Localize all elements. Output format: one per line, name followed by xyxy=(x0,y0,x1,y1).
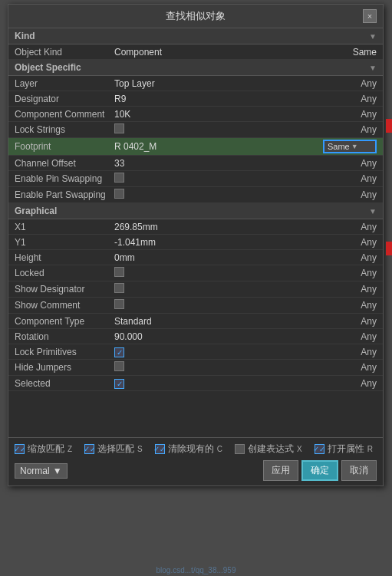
create-expression-check: 创建表达式 X xyxy=(235,443,302,456)
channel-offset-label: Channel Offset xyxy=(15,158,114,169)
create-expression-checkbox[interactable] xyxy=(235,444,245,454)
component-comment-match: Any xyxy=(323,109,377,120)
object-specific-section-header: Object Specific ▼ xyxy=(8,60,383,76)
graphical-section-arrow: ▼ xyxy=(369,207,377,216)
show-designator-match: Any xyxy=(323,284,377,295)
show-designator-value xyxy=(114,283,323,295)
lock-primitives-checkbox[interactable]: ✓ xyxy=(114,347,124,357)
clear-existing-check: ✓ 清除现有的 C xyxy=(155,443,222,456)
apply-button[interactable]: 应用 xyxy=(263,460,298,481)
selected-value: ✓ xyxy=(114,378,323,389)
x1-label: X1 xyxy=(15,222,114,232)
watermark: blog.csd...t/qq_38...959 xyxy=(0,566,392,574)
x1-match: Any xyxy=(323,222,377,232)
enable-pin-swapping-checkbox[interactable] xyxy=(114,173,124,183)
y1-row: Y1 -1.041mm Any xyxy=(8,235,383,250)
designator-row: Designator R9 Any xyxy=(8,91,383,107)
clear-existing-label: 清除现有的 xyxy=(168,443,214,456)
spacer xyxy=(8,391,383,437)
locked-checkbox[interactable] xyxy=(114,267,124,277)
enable-pin-swapping-label: Enable Pin Swapping xyxy=(15,173,114,184)
show-designator-checkbox[interactable] xyxy=(114,283,124,293)
hide-jumpers-checkbox[interactable] xyxy=(114,361,124,371)
hide-jumpers-label: Hide Jumpers xyxy=(15,362,114,373)
y1-match: Any xyxy=(323,237,377,248)
height-value: 0mm xyxy=(114,252,323,263)
clear-existing-checkbox[interactable]: ✓ xyxy=(155,444,165,454)
component-comment-value: 10K xyxy=(114,109,323,120)
enable-part-swapping-value xyxy=(114,189,323,201)
component-type-row: Component Type Standard Any xyxy=(8,314,383,329)
kind-section-header: Kind ▼ xyxy=(8,28,383,44)
object-kind-row: Object Kind Component Same xyxy=(8,44,383,60)
select-match-key: S xyxy=(137,445,143,453)
open-properties-label: 打开属性 xyxy=(328,443,364,456)
hide-jumpers-match: Any xyxy=(323,362,377,373)
lock-primitives-row: Lock Primitives ✓ Any xyxy=(8,344,383,360)
hide-jumpers-row: Hide Jumpers Any xyxy=(8,360,383,376)
x1-value: 269.85mm xyxy=(114,222,323,232)
object-specific-arrow: ▼ xyxy=(369,64,377,72)
zoom-match-key: Z xyxy=(68,445,72,453)
bottom-buttons: 应用 确定 取消 xyxy=(263,460,377,481)
open-properties-checkbox[interactable]: ✓ xyxy=(315,444,324,454)
selected-checkbox[interactable]: ✓ xyxy=(114,379,124,389)
enable-pin-swapping-match: Any xyxy=(323,173,377,184)
layer-match: Any xyxy=(323,78,377,89)
component-comment-row: Component Comment 10K Any xyxy=(8,107,383,122)
rotation-value: 90.000 xyxy=(114,331,323,342)
object-kind-label: Object Kind xyxy=(15,47,114,58)
dialog-title: 查找相似对象 xyxy=(28,9,363,23)
create-expression-key: X xyxy=(297,445,302,453)
selected-label: Selected xyxy=(15,378,114,389)
zoom-match-check: ✓ 缩放匹配 Z xyxy=(15,443,72,456)
show-designator-label: Show Designator xyxy=(15,284,114,295)
selected-row: Selected ✓ Any xyxy=(8,376,383,391)
footprint-match[interactable]: Same ▼ xyxy=(323,140,377,153)
normal-label: Normal xyxy=(20,466,50,476)
show-comment-label: Show Comment xyxy=(15,300,114,311)
enable-pin-swapping-value xyxy=(114,173,323,185)
y1-label: Y1 xyxy=(15,237,114,248)
enable-part-swapping-checkbox[interactable] xyxy=(114,189,124,199)
cancel-button[interactable]: 取消 xyxy=(341,460,377,481)
show-designator-row: Show Designator Any xyxy=(8,281,383,298)
red-tab-bottom xyxy=(386,242,392,255)
footprint-match-dropdown[interactable]: Same ▼ xyxy=(323,140,377,153)
confirm-button[interactable]: 确定 xyxy=(301,460,338,481)
title-bar: 查找相似对象 × xyxy=(8,5,383,28)
select-match-checkbox[interactable]: ✓ xyxy=(84,444,94,454)
selected-match: Any xyxy=(323,378,377,389)
locked-row: Locked Any xyxy=(8,265,383,281)
clear-existing-key: C xyxy=(217,445,222,453)
show-comment-checkbox[interactable] xyxy=(114,299,124,309)
layer-row: Layer Top Layer Any xyxy=(8,76,383,91)
designator-match: Any xyxy=(323,94,377,104)
zoom-match-label: 缩放匹配 xyxy=(28,443,64,456)
locked-match: Any xyxy=(323,268,377,278)
lock-strings-row: Lock Strings Any xyxy=(8,122,383,138)
lock-strings-checkbox[interactable] xyxy=(114,123,124,133)
height-row: Height 0mm Any xyxy=(8,250,383,265)
footprint-dropdown-arrow: ▼ xyxy=(351,143,358,150)
layer-label: Layer xyxy=(15,78,114,89)
rotation-match: Any xyxy=(323,331,377,342)
show-comment-value xyxy=(114,299,323,311)
show-comment-row: Show Comment Any xyxy=(8,298,383,314)
show-comment-match: Any xyxy=(323,300,377,311)
close-button[interactable]: × xyxy=(363,9,377,23)
object-kind-match: Same xyxy=(323,47,377,58)
locked-label: Locked xyxy=(15,268,114,278)
open-properties-check: ✓ 打开属性 R xyxy=(315,443,373,456)
enable-part-swapping-row: Enable Part Swapping Any xyxy=(8,187,383,203)
footprint-label: Footprint xyxy=(15,141,114,152)
normal-dropdown[interactable]: Normal ▼ xyxy=(15,463,68,479)
enable-part-swapping-label: Enable Part Swapping xyxy=(15,189,114,200)
zoom-match-checkbox[interactable]: ✓ xyxy=(15,444,25,454)
object-kind-value: Component xyxy=(114,47,323,58)
lock-strings-label: Lock Strings xyxy=(15,124,114,135)
create-expression-label: 创建表达式 xyxy=(248,443,294,456)
rotation-label: Rotation xyxy=(15,331,114,342)
select-match-label: 选择匹配 xyxy=(97,443,134,456)
lock-primitives-match: Any xyxy=(323,347,377,357)
